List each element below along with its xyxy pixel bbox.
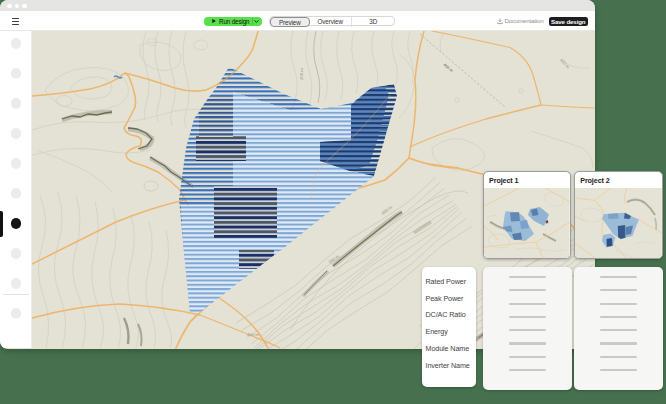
svg-text:400 m: 400 m [299,68,304,80]
svg-text:400 m: 400 m [247,332,259,337]
